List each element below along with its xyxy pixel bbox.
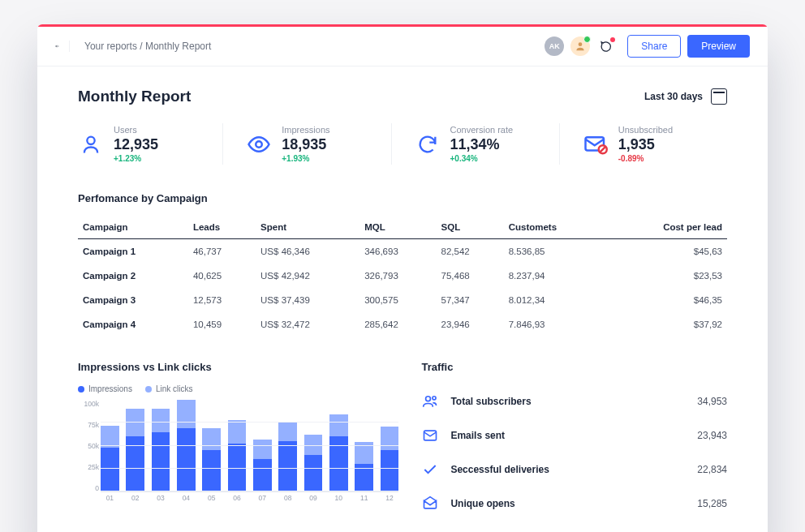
traffic-panel: Traffic Total subscribers34,953Emails se… xyxy=(421,361,727,521)
chat-button[interactable] xyxy=(596,36,616,56)
bar-seg-linkclicks xyxy=(177,400,196,428)
table-cell: US$ 32,472 xyxy=(256,312,359,337)
x-tick: 11 xyxy=(355,494,373,505)
table-cell: Campaign 4 xyxy=(78,312,188,337)
kpi-label: Users xyxy=(114,125,158,135)
performance-title: Perfomance by Campaign xyxy=(78,192,727,204)
table-cell: $45,63 xyxy=(606,239,728,264)
table-header: Cost per lead xyxy=(606,216,728,239)
traffic-label: Seccessful deliveries xyxy=(450,464,697,475)
table-cell: 75,468 xyxy=(437,264,504,288)
share-button[interactable]: Share xyxy=(627,35,681,58)
avatar[interactable]: AK xyxy=(545,36,564,56)
grid-line xyxy=(101,468,398,469)
traffic-row: Unique opens15,285 xyxy=(421,487,727,521)
chart-area: 100k75k50k25k0 010203040506070809101112 xyxy=(78,400,398,505)
bar-seg-impressions xyxy=(278,441,297,491)
bar-column xyxy=(101,400,119,491)
table-cell: 46,737 xyxy=(188,239,256,264)
svg-point-6 xyxy=(433,397,436,400)
mail-blocked-icon xyxy=(583,131,609,157)
table-header: Spent xyxy=(256,216,359,239)
table-row: Campaign 410,459US$ 32,472285,64223,9467… xyxy=(78,312,727,337)
table-cell: 82,542 xyxy=(437,239,504,264)
table-cell: 7.846,93 xyxy=(504,312,606,337)
svg-point-0 xyxy=(579,42,583,46)
x-tick: 04 xyxy=(177,494,196,505)
table-cell: 12,573 xyxy=(188,288,256,312)
chart-legend: Impressions Link clicks xyxy=(78,384,398,393)
x-tick: 01 xyxy=(101,494,119,505)
table-row: Campaign 240,625US$ 42,942326,79375,4688… xyxy=(78,264,727,288)
chart-panel: Impressions vs Link clicks Impressions L… xyxy=(78,361,398,521)
table-cell: 8.237,94 xyxy=(504,264,606,288)
bar-column xyxy=(278,400,297,491)
arrow-left-icon xyxy=(55,41,59,51)
table-cell: Campaign 2 xyxy=(78,264,188,288)
table-cell: 346,693 xyxy=(359,239,436,264)
bar-column xyxy=(126,400,144,491)
table-cell: 40,625 xyxy=(188,264,256,288)
date-range-picker[interactable]: Last 30 days xyxy=(644,88,727,105)
breadcrumb-root[interactable]: Your reports xyxy=(84,41,137,52)
table-header: Campaign xyxy=(78,216,188,239)
traffic-title: Traffic xyxy=(421,361,727,373)
kpi-label: Conversion rate xyxy=(450,125,514,135)
kpi-value: 11,34% xyxy=(450,136,514,153)
traffic-value: 34,953 xyxy=(697,396,727,407)
bar-seg-linkclicks xyxy=(202,428,221,450)
bar-seg-impressions xyxy=(253,459,272,491)
table-header: SQL xyxy=(437,216,504,239)
preview-button[interactable]: Preview xyxy=(687,35,750,58)
avatar-stack: AK xyxy=(545,36,616,56)
kpi-delta: +1.23% xyxy=(114,154,158,163)
traffic-list: Total subscribers34,953Emails sent23,943… xyxy=(421,384,727,521)
bar-seg-linkclicks xyxy=(126,409,144,436)
traffic-value: 22,834 xyxy=(697,464,727,475)
avatar[interactable] xyxy=(570,36,590,56)
table-cell: 285,642 xyxy=(359,312,436,337)
table-cell: 8.536,85 xyxy=(504,239,606,264)
table-cell: 8.012,34 xyxy=(504,288,606,312)
bar-seg-linkclicks xyxy=(152,409,170,431)
kpi-label: Impressions xyxy=(282,125,329,135)
svg-point-1 xyxy=(87,136,94,144)
traffic-label: Total subscribers xyxy=(450,396,697,407)
table-cell: 326,793 xyxy=(359,264,436,288)
table-header: Customets xyxy=(504,216,606,239)
kpi-value: 1,935 xyxy=(618,136,673,153)
kpi-users: Users 12,935 +1.23% xyxy=(78,123,222,165)
x-tick: 09 xyxy=(304,494,323,505)
legend-item: Link clicks xyxy=(145,384,193,393)
lower-row: Impressions vs Link clicks Impressions L… xyxy=(78,361,727,521)
calendar-icon xyxy=(711,88,727,105)
bar-seg-impressions xyxy=(381,450,399,491)
bar-column xyxy=(152,400,170,491)
app-window: Your reports / Monthly Report AK Share P… xyxy=(37,24,768,532)
table-cell: 23,946 xyxy=(437,312,504,337)
kpi-row: Users 12,935 +1.23% Impressions 18,935 +… xyxy=(78,123,727,165)
bar-seg-impressions xyxy=(304,455,323,491)
x-tick: 08 xyxy=(278,494,297,505)
table-cell: 10,459 xyxy=(188,312,256,337)
y-tick: 100k xyxy=(78,400,99,408)
x-tick: 10 xyxy=(329,494,348,505)
table-cell: 57,347 xyxy=(437,288,504,312)
table-header: MQL xyxy=(359,216,436,239)
traffic-value: 15,285 xyxy=(697,498,727,509)
bar-column xyxy=(177,400,196,491)
table-row: Campaign 146,737US$ 46,346346,69382,5428… xyxy=(78,239,727,264)
svg-point-2 xyxy=(256,141,263,148)
chart-plot xyxy=(101,400,398,492)
traffic-row: Total subscribers34,953 xyxy=(421,384,727,418)
breadcrumb-current: Monthly Report xyxy=(145,41,211,52)
topbar: Your reports / Monthly Report AK Share P… xyxy=(37,27,768,66)
user-icon xyxy=(78,131,104,157)
table-cell: US$ 37,439 xyxy=(256,288,359,312)
traffic-row: Emails sent23,943 xyxy=(421,418,727,453)
subscribers-icon xyxy=(421,393,439,410)
table-cell: Campaign 1 xyxy=(78,239,188,264)
back-button[interactable] xyxy=(55,41,70,52)
kpi-value: 12,935 xyxy=(114,136,158,153)
kpi-conversion: Conversion rate 11,34% +0.34% xyxy=(391,123,559,165)
